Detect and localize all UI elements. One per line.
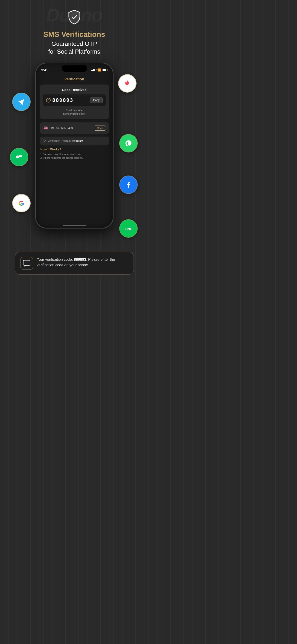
page-subtitle: Guaranteed OTP for Social Platforms (48, 40, 100, 56)
sms-icon-box (20, 257, 33, 270)
how-step-1: 1. Subscribe to get the verification cod… (40, 152, 108, 156)
shield-small-icon: 🛡 (43, 139, 46, 142)
shield-icon (68, 9, 81, 26)
copy-phone-button[interactable]: Copy (94, 126, 106, 130)
app-header-title: Verification (40, 75, 109, 84)
how-step-2: 2. Put the number to the desired platfor… (40, 156, 108, 160)
svg-point-7 (20, 156, 21, 156)
svg-point-6 (20, 156, 20, 156)
app-icon-google[interactable] (12, 194, 30, 212)
phone-time: 9:41 (42, 68, 48, 72)
verification-program-card: 🛡 Verification Program: Telegram (40, 136, 109, 145)
app-screen: Verification Code Received ✓ 889893 Copy… (36, 74, 113, 228)
check-circle-icon: ✓ (46, 98, 51, 102)
confirm-text: Confirm phone number using code. (43, 109, 106, 116)
sms-notification-card: Your verification code: 889893. Please e… (15, 252, 134, 274)
phone-number-card: 🇺🇸 +90 507 680 9450 Copy (40, 122, 109, 134)
how-it-works-section: How it Works? 1. Subscribe to get the ve… (40, 148, 109, 160)
svg-point-5 (19, 155, 22, 157)
app-icon-tinder[interactable] (118, 74, 136, 92)
how-it-works-title: How it Works? (40, 148, 108, 151)
app-icon-line[interactable]: LINE (119, 219, 138, 238)
app-icon-telegram[interactable] (12, 92, 30, 111)
svg-text:LINE: LINE (125, 227, 132, 231)
battery-icon (102, 69, 107, 71)
code-received-card: Code Received ✓ 889893 Copy Confirm phon… (40, 84, 109, 119)
svg-point-3 (17, 156, 18, 157)
code-received-title: Code Received (43, 88, 106, 92)
phone-mockup: 9:41 ▾📶 Verification (35, 63, 114, 228)
phone-number-text: +90 507 680 9450 (51, 126, 73, 130)
copy-code-button[interactable]: Copy (90, 97, 102, 103)
verification-program-text: Verification Program: Telegram (48, 139, 83, 142)
status-icons: ▾📶 (91, 68, 107, 72)
app-icon-wechat[interactable] (10, 148, 28, 166)
code-number: 889893 (52, 97, 74, 103)
home-indicator (63, 225, 86, 226)
dynamic-island (62, 65, 87, 72)
app-icon-whatsapp[interactable] (119, 134, 138, 152)
wifi-icon: ▾📶 (96, 68, 101, 72)
app-icon-facebook[interactable] (119, 176, 138, 194)
signal-icon (91, 69, 95, 71)
code-display: ✓ 889893 Copy (43, 94, 106, 106)
phone-area: LINE 9:41 ▾📶 (8, 63, 141, 288)
flag-icon: 🇺🇸 (43, 125, 49, 131)
svg-point-4 (18, 156, 18, 157)
sms-text: Your verification code: 889893. Please e… (37, 257, 128, 268)
page-title: SMS Verifications (43, 30, 105, 39)
